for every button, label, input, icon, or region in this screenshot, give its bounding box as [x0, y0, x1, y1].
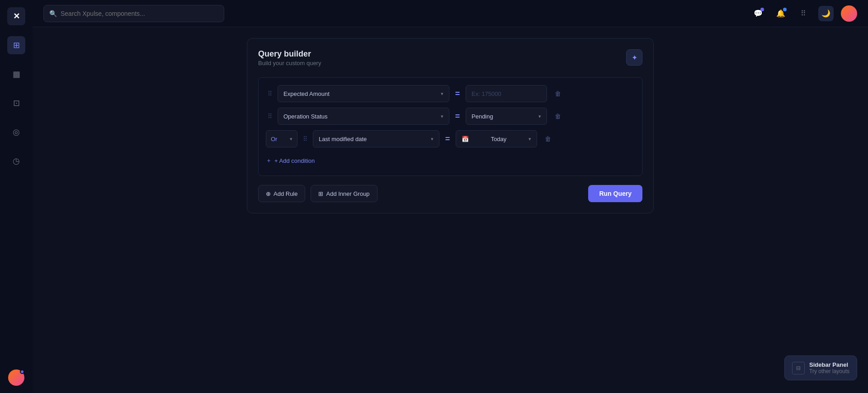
operator-1: = [453, 89, 462, 99]
query-builder-header: Query builder Build your custom query ✦ [258, 49, 642, 66]
search-input[interactable] [61, 10, 218, 17]
dashboard-icon: ⊞ [13, 40, 20, 50]
add-inner-group-label: Add Inner Group [326, 190, 369, 197]
value-label-2: Pending [472, 113, 493, 120]
sidebar-panel-toast[interactable]: ⊟ Sidebar Panel Try other layouts [784, 355, 857, 380]
notification-bell-icon[interactable]: 🔔 [773, 6, 788, 21]
magic-button[interactable]: ✦ [626, 49, 642, 66]
field-label-3: Last modified date [319, 136, 367, 142]
add-rule-label: Add Rule [274, 190, 297, 197]
sidebar-item-circle[interactable]: ◎ [7, 123, 25, 141]
main-content: 🔍 💬 🔔 ⠿ 🌙 Query builder [33, 0, 868, 393]
chevron-down-icon-val-2: ▾ [538, 114, 541, 119]
search-icon: 🔍 [49, 10, 57, 17]
chevron-down-icon: ▾ [441, 91, 443, 97]
rule-row-3: Or ▾ ⠿ Last modified date ▾ = 📅 Today ▾ … [266, 130, 635, 147]
add-rule-button[interactable]: ⊕ Add Rule [258, 185, 305, 202]
chat-icon: ◷ [13, 156, 20, 166]
chevron-down-icon-2: ▾ [441, 114, 443, 119]
value-select-2[interactable]: Pending ▾ [466, 108, 547, 125]
sidebar-item-chat[interactable]: ◷ [7, 152, 25, 170]
notification-chat-icon[interactable]: 💬 [750, 6, 766, 21]
add-condition-button[interactable]: ＋ + Add condition [266, 153, 635, 168]
sidebar-panel-title: Sidebar Panel [809, 361, 849, 368]
query-builder-title: Query builder [258, 49, 321, 59]
prefix-label-3: Or [271, 136, 277, 142]
run-query-button[interactable]: Run Query [588, 185, 642, 202]
topbar-right: 💬 🔔 ⠿ 🌙 [750, 5, 857, 22]
delete-rule-3[interactable]: 🗑 [541, 132, 555, 146]
page-content: Query builder Build your custom query ✦ … [33, 27, 868, 393]
delete-rule-1[interactable]: 🗑 [551, 86, 565, 101]
theme-toggle[interactable]: 🌙 [818, 6, 834, 21]
query-builder-subtitle: Build your custom query [258, 60, 321, 66]
sidebar-logo[interactable]: ✕ [7, 7, 25, 25]
chevron-down-icon-date: ▾ [528, 136, 531, 142]
add-inner-group-button[interactable]: ⊞ Add Inner Group [311, 185, 377, 202]
sidebar-avatar[interactable] [8, 369, 24, 386]
date-value-label: Today [491, 136, 507, 142]
apps-icon[interactable]: ⠿ [796, 6, 811, 21]
query-builder-title-group: Query builder Build your custom query [258, 49, 321, 66]
rule-row-2: ⠿ Operation Status ▾ = Pending ▾ 🗑 [266, 108, 635, 125]
plus-icon: ＋ [266, 156, 272, 165]
field-select-2[interactable]: Operation Status ▾ [278, 108, 449, 125]
sidebar-bottom [8, 369, 24, 386]
field-label-2: Operation Status [283, 113, 328, 120]
sidebar-item-dashboard[interactable]: ⊞ [7, 36, 25, 54]
rule-row-1: ⠿ Expected Amount ▾ = 🗑 [266, 85, 635, 102]
query-builder-card: Query builder Build your custom query ✦ … [247, 38, 654, 213]
sidebar: ✕ ⊞ ▦ ⊡ ◎ ◷ [0, 0, 33, 393]
chevron-down-icon-3: ▾ [431, 136, 434, 142]
briefcase-icon: ⊡ [13, 98, 20, 108]
calendar-icon: 📅 [462, 136, 469, 142]
value-date-3[interactable]: 📅 Today ▾ [456, 130, 537, 147]
add-condition-label: + Add condition [274, 157, 315, 164]
search-bar[interactable]: 🔍 [43, 5, 224, 22]
sidebar-item-grid[interactable]: ▦ [7, 65, 25, 83]
drag-handle-1[interactable]: ⠿ [266, 88, 274, 99]
field-select-3[interactable]: Last modified date ▾ [313, 130, 439, 147]
field-label-1: Expected Amount [283, 90, 330, 97]
sidebar-panel-subtitle: Try other layouts [809, 368, 849, 374]
rules-container: ⠿ Expected Amount ▾ = 🗑 ⠿ Operation Stat… [258, 77, 642, 176]
drag-handle-3[interactable]: ⠿ [301, 133, 309, 144]
prefix-select-3[interactable]: Or ▾ [266, 130, 297, 147]
chevron-down-icon-prefix: ▾ [290, 136, 292, 142]
delete-rule-2[interactable]: 🗑 [551, 109, 565, 123]
drag-handle-2[interactable]: ⠿ [266, 111, 274, 122]
sidebar-panel-icon: ⊟ [792, 362, 805, 374]
topbar: 🔍 💬 🔔 ⠿ 🌙 [33, 0, 868, 27]
query-builder-footer: ⊕ Add Rule ⊞ Add Inner Group Run Query [258, 185, 642, 202]
operator-2: = [453, 112, 462, 121]
avatar-notification-dot [20, 369, 24, 374]
plus-circle-icon: ⊕ [266, 190, 271, 197]
field-select-1[interactable]: Expected Amount ▾ [278, 85, 449, 102]
bell-badge [783, 8, 787, 11]
chat-badge [760, 8, 764, 11]
target-icon: ◎ [13, 127, 20, 137]
operator-3: = [443, 134, 452, 144]
user-avatar[interactable] [841, 5, 857, 22]
grid-icon: ▦ [13, 69, 20, 79]
value-input-1[interactable] [466, 85, 547, 102]
sidebar-panel-text: Sidebar Panel Try other layouts [809, 361, 849, 374]
group-icon: ⊞ [318, 190, 323, 197]
sidebar-item-briefcase[interactable]: ⊡ [7, 94, 25, 112]
